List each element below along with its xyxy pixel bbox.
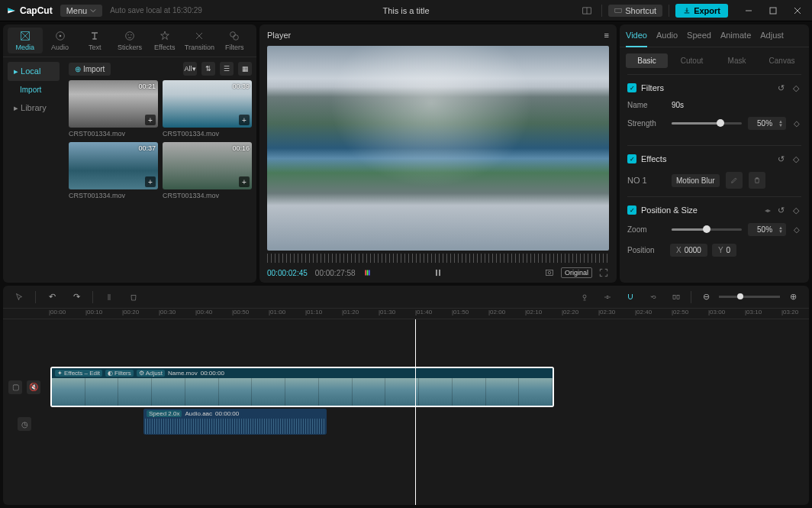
clip-speed-tag[interactable]: Speed 2.0x: [147, 410, 182, 417]
inspector-tab-audio[interactable]: Audio: [656, 31, 678, 47]
sidebar-local[interactable]: ▸ Local: [8, 62, 60, 81]
import-button[interactable]: ⊕Import: [69, 63, 111, 76]
library-sidebar: ▸ Local Import ▸ Library: [3, 57, 64, 283]
position-checkbox[interactable]: ✓: [627, 205, 636, 215]
undo-button[interactable]: ↶: [44, 289, 60, 306]
audio-track-toggle[interactable]: ◷: [18, 417, 31, 431]
fullscreen-button[interactable]: [598, 267, 609, 278]
record-button[interactable]: [576, 289, 593, 306]
tool-tab-stickers[interactable]: Stickers: [112, 28, 147, 53]
strength-keyframe[interactable]: ◇: [792, 119, 801, 128]
position-x-input[interactable]: X0000: [670, 244, 707, 257]
inspector-subtab-canvas[interactable]: Canvas: [761, 53, 803, 68]
effect-edit-button[interactable]: [726, 172, 743, 189]
close-button[interactable]: [789, 2, 806, 19]
add-clip-button[interactable]: +: [239, 176, 250, 187]
menu-button[interactable]: Menu: [60, 5, 103, 17]
keyframe-icon[interactable]: ◇: [791, 154, 801, 164]
sidebar-import[interactable]: Import: [8, 81, 60, 99]
preview-snap-button[interactable]: [668, 289, 685, 306]
export-button[interactable]: Export: [675, 4, 728, 18]
filter-all-button[interactable]: All ▾: [183, 62, 197, 76]
minimize-button[interactable]: [740, 2, 757, 19]
zoom-slider[interactable]: [672, 228, 742, 231]
svg-rect-16: [436, 270, 437, 276]
clip-effects-tag[interactable]: ✦ Effects – Edit: [55, 370, 102, 377]
link-button[interactable]: [599, 289, 616, 306]
svg-point-12: [234, 35, 239, 40]
magnet-button[interactable]: [622, 289, 639, 306]
playhead[interactable]: [415, 319, 416, 505]
select-tool[interactable]: [11, 289, 27, 306]
zoom-in-button[interactable]: ⊕: [785, 289, 801, 306]
player-menu-icon[interactable]: ≡: [604, 31, 609, 40]
shortcut-button[interactable]: Shortcut: [608, 5, 662, 17]
tool-tab-audio[interactable]: Audio: [43, 28, 78, 53]
inspector-tab-animate[interactable]: Animate: [720, 31, 751, 47]
chain-button[interactable]: [645, 289, 662, 306]
media-clip[interactable]: 00:39+CRST001334.mov: [163, 80, 252, 138]
current-time: 00:00:02:45: [267, 269, 308, 277]
timeline-zoom-slider[interactable]: [719, 296, 780, 298]
sort-button[interactable]: ⇅: [201, 62, 215, 76]
reset-icon[interactable]: ↺: [775, 83, 786, 93]
video-track-mute[interactable]: 🔇: [27, 380, 40, 394]
player-ruler[interactable]: [267, 254, 609, 263]
inspector-tab-video[interactable]: Video: [626, 31, 647, 47]
tool-tab-filters[interactable]: Filters: [217, 28, 252, 53]
add-clip-button[interactable]: +: [145, 115, 156, 125]
view-list-button[interactable]: ☰: [220, 62, 234, 76]
tool-tab-effects[interactable]: Effects: [147, 28, 182, 53]
preview-viewport[interactable]: [267, 46, 609, 251]
keyframe-icon[interactable]: ◇: [791, 83, 801, 93]
clip-adjust-tag[interactable]: ⚙ Adjust: [137, 370, 165, 377]
tool-tab-media[interactable]: Media: [8, 28, 43, 53]
media-clip[interactable]: 00:16+CRST001334.mov: [163, 142, 252, 199]
app-logo: CapCut: [6, 5, 53, 16]
zoom-keyframe[interactable]: ◇: [792, 225, 801, 235]
delete-button[interactable]: [125, 289, 142, 306]
video-clip[interactable]: ✦ Effects – Edit ◐ Filters ⚙ Adjust Name…: [50, 367, 554, 407]
zoom-out-button[interactable]: ⊖: [698, 289, 714, 306]
pause-button[interactable]: [433, 267, 443, 278]
audio-clip[interactable]: Speed 2.0x Audio.aac 00:00:00: [143, 409, 327, 435]
position-y-input[interactable]: Y0: [712, 244, 736, 257]
sidebar-library[interactable]: ▸ Library: [8, 99, 60, 118]
ratio-button[interactable]: [544, 267, 555, 278]
strength-slider[interactable]: [672, 122, 742, 125]
tool-tab-text[interactable]: Text: [77, 28, 112, 53]
view-grid-button[interactable]: ▦: [238, 62, 252, 76]
maximize-button[interactable]: [765, 2, 781, 19]
effects-checkbox[interactable]: ✓: [627, 154, 636, 163]
redo-button[interactable]: ↷: [68, 289, 85, 306]
video-track-lock[interactable]: ▢: [8, 380, 22, 394]
inspector-subtab-mask[interactable]: Mask: [716, 53, 758, 68]
clip-filters-tag[interactable]: ◐ Filters: [105, 370, 134, 377]
add-clip-button[interactable]: +: [145, 176, 156, 187]
scopes-button[interactable]: [363, 267, 374, 278]
inspector-tab-adjust[interactable]: Adjust: [760, 31, 784, 47]
timeline-ruler[interactable]: |00:00|00:10|00:20|00:30|00:40|00:50|01:…: [3, 309, 809, 319]
svg-point-11: [230, 32, 236, 37]
inspector-subtab-basic[interactable]: Basic: [626, 53, 668, 68]
inspector-tab-speed[interactable]: Speed: [687, 31, 711, 47]
svg-rect-14: [366, 270, 368, 276]
reset-icon[interactable]: ↺: [775, 205, 786, 215]
original-resolution-button[interactable]: Original: [561, 267, 592, 278]
add-clip-button[interactable]: +: [239, 115, 250, 125]
inspector-subtab-cutout[interactable]: Cutout: [671, 53, 713, 68]
zoom-input[interactable]: 50%▲▼: [748, 223, 786, 236]
keyframe-icon[interactable]: ◇: [791, 205, 801, 215]
layout-button[interactable]: [578, 2, 595, 19]
effect-delete-button[interactable]: [749, 172, 765, 189]
strength-input[interactable]: 50%▲▼: [748, 117, 786, 130]
tool-tab-transition[interactable]: Transition: [182, 28, 218, 53]
chevron-down-icon: [90, 8, 96, 14]
filters-checkbox[interactable]: ✓: [627, 83, 636, 92]
split-button[interactable]: [101, 289, 118, 306]
reset-icon[interactable]: ↺: [775, 154, 786, 164]
timeline-tracks[interactable]: ▢ 🔇 ✦ Effects – Edit ◐ Filters ⚙ Adjust …: [3, 319, 809, 505]
project-title[interactable]: This is a title: [382, 6, 429, 15]
media-clip[interactable]: 00:37+CRST001334.mov: [69, 142, 158, 199]
media-clip[interactable]: 00:21+CRST001334.mov: [69, 80, 158, 138]
